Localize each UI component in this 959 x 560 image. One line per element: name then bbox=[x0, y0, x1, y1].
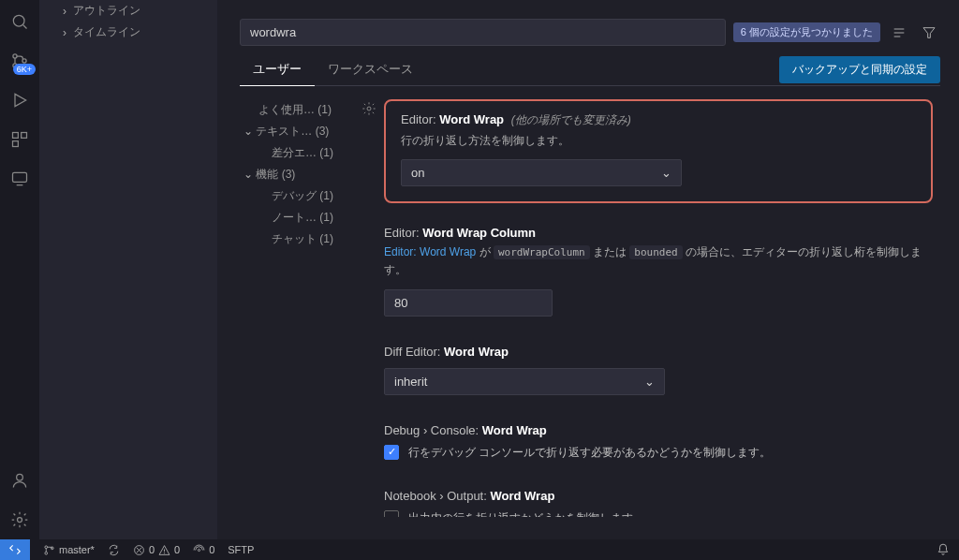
svg-rect-8 bbox=[13, 141, 19, 147]
source-control-icon[interactable]: 6K+ bbox=[0, 41, 39, 81]
status-bar: master* 0 0 0 SFTP bbox=[0, 539, 959, 560]
clear-search-icon[interactable] bbox=[888, 22, 910, 44]
word-wrap-column-input[interactable] bbox=[384, 289, 553, 317]
modified-elsewhere-label: (他の場所でも変更済み) bbox=[511, 113, 631, 126]
svg-line-1 bbox=[23, 25, 27, 29]
settings-toc: よく使用… (1) テキスト… (3) 差分エ… (1) 機能 (3) デバッグ… bbox=[240, 99, 361, 517]
toc-frequently-used[interactable]: よく使用… (1) bbox=[240, 99, 361, 121]
svg-point-2 bbox=[13, 54, 17, 58]
sync-status[interactable] bbox=[108, 544, 120, 556]
notebook-word-wrap-checkbox[interactable] bbox=[384, 510, 399, 517]
svg-point-18 bbox=[45, 545, 48, 548]
manage-gear-icon[interactable] bbox=[0, 500, 39, 539]
svg-point-0 bbox=[13, 15, 24, 26]
branch-status[interactable]: master* bbox=[43, 544, 95, 556]
backup-sync-button[interactable]: バックアップと同期の設定 bbox=[779, 56, 940, 83]
toc-debug[interactable]: デバッグ (1) bbox=[240, 185, 361, 207]
word-wrap-select[interactable]: on ⌄ bbox=[401, 159, 682, 186]
setting-editor-word-wrap-column: Editor: Word Wrap Column Editor: Word Wr… bbox=[384, 226, 933, 316]
notifications-icon[interactable] bbox=[937, 543, 950, 556]
setting-diff-editor-word-wrap: Diff Editor: Word Wrap inherit ⌄ bbox=[384, 345, 933, 395]
settings-search-input[interactable] bbox=[240, 19, 726, 46]
accounts-icon[interactable] bbox=[0, 461, 39, 500]
problems-status[interactable]: 0 0 bbox=[133, 544, 180, 556]
toc-features[interactable]: 機能 (3) bbox=[240, 164, 361, 185]
side-panel: アウトライン タイムライン bbox=[39, 0, 217, 539]
run-debug-icon[interactable] bbox=[0, 81, 39, 120]
svg-rect-6 bbox=[13, 133, 19, 139]
timeline-section[interactable]: タイムライン bbox=[39, 22, 217, 43]
svg-marker-5 bbox=[15, 94, 26, 106]
remote-explorer-icon[interactable] bbox=[0, 159, 39, 199]
ports-status[interactable]: 0 bbox=[193, 544, 214, 556]
svg-point-25 bbox=[164, 553, 165, 553]
sftp-status[interactable]: SFTP bbox=[228, 544, 254, 555]
search-icon[interactable] bbox=[0, 2, 39, 41]
remote-indicator[interactable] bbox=[0, 539, 30, 560]
results-count-badge: 6 個の設定が見つかりました bbox=[733, 22, 880, 42]
activity-bar: 6K+ bbox=[0, 0, 39, 539]
outline-section[interactable]: アウトライン bbox=[39, 0, 217, 22]
diff-word-wrap-select[interactable]: inherit ⌄ bbox=[384, 368, 665, 395]
setting-debug-console-word-wrap: Debug › Console: Word Wrap ✓ 行をデバッグ コンソー… bbox=[384, 423, 933, 461]
toc-text-editor[interactable]: テキスト… (3) bbox=[240, 121, 361, 142]
setting-description: 出力内の行を折り返すかどうかを制御します。 bbox=[408, 510, 644, 517]
tab-workspace[interactable]: ワークスペース bbox=[315, 53, 426, 85]
tab-user[interactable]: ユーザー bbox=[240, 53, 315, 86]
setting-link[interactable]: Editor: Word Wrap bbox=[384, 245, 476, 258]
svg-rect-7 bbox=[22, 133, 27, 139]
settings-editor: 6 個の設定が見つかりました ユーザー ワークスペース バックアップと同期の設定… bbox=[217, 0, 959, 539]
svg-marker-16 bbox=[923, 27, 935, 37]
toc-diff-editor[interactable]: 差分エ… (1) bbox=[240, 142, 361, 164]
filter-icon[interactable] bbox=[918, 22, 940, 44]
svg-point-12 bbox=[18, 518, 22, 523]
extensions-icon[interactable] bbox=[0, 120, 39, 159]
setting-description: 行をデバッグ コンソールで折り返す必要があるかどうかを制御します。 bbox=[408, 445, 771, 461]
svg-point-17 bbox=[367, 107, 371, 111]
setting-editor-word-wrap: Editor: Word Wrap (他の場所でも変更済み) 行の折り返し方法を… bbox=[384, 99, 933, 203]
setting-description: 行の折り返し方法を制御します。 bbox=[401, 132, 916, 150]
svg-point-19 bbox=[45, 552, 48, 554]
svg-point-4 bbox=[22, 59, 26, 63]
chevron-down-icon: ⌄ bbox=[644, 375, 655, 389]
svg-point-26 bbox=[199, 549, 200, 551]
svg-point-11 bbox=[17, 474, 23, 480]
svg-rect-9 bbox=[13, 172, 27, 182]
toc-chat[interactable]: チャット (1) bbox=[240, 228, 361, 250]
setting-gear-icon[interactable] bbox=[361, 101, 384, 116]
scm-badge: 6K+ bbox=[13, 64, 36, 75]
debug-word-wrap-checkbox[interactable]: ✓ bbox=[384, 445, 399, 460]
setting-category: Editor: bbox=[401, 112, 436, 126]
toc-notebook[interactable]: ノート… (1) bbox=[240, 207, 361, 228]
setting-name: Word Wrap bbox=[439, 112, 504, 126]
chevron-down-icon: ⌄ bbox=[661, 166, 671, 180]
setting-description: Editor: Word Wrap が wordWrapColumn または b… bbox=[384, 243, 933, 279]
setting-notebook-output-word-wrap: Notebook › Output: Word Wrap 出力内の行を折り返すか… bbox=[384, 489, 933, 517]
